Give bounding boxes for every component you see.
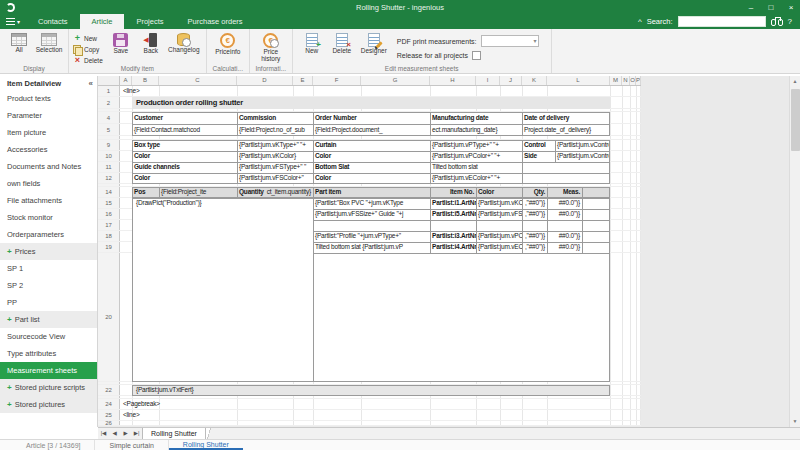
row-header[interactable]: 14 — [98, 187, 120, 197]
cell-a1[interactable]: <line> — [121, 86, 181, 96]
cell-b10[interactable]: Color — [132, 151, 237, 161]
sidebar-item-sp1[interactable]: SP 1 — [0, 260, 97, 277]
cell-b12[interactable]: Color — [132, 173, 237, 183]
cell-d4[interactable]: Commission — [237, 112, 313, 123]
row-header[interactable]: 26 — [98, 421, 120, 425]
cell-h5[interactable]: ect.manufacturing_date} — [430, 124, 522, 135]
back-button[interactable]: Back — [136, 31, 166, 55]
app-menu-button[interactable]: ▾ — [0, 14, 26, 29]
cell-f10[interactable]: Color — [313, 151, 430, 161]
sidebar-item-type-attributes[interactable]: Type attributes — [0, 345, 97, 362]
cell-f4[interactable]: Order Number — [313, 112, 430, 123]
cell-l14[interactable]: Meas. — [547, 187, 582, 197]
search-input[interactable] — [678, 16, 766, 27]
price-history-button[interactable]: € Price history — [254, 31, 288, 62]
cell-k9[interactable]: Control — [522, 140, 555, 150]
cell-l15[interactable]: ##0.0")} — [547, 198, 582, 208]
cell-f18[interactable]: {Partlist:"Profile "+jum.vPType+" — [313, 231, 430, 241]
cell-b4[interactable]: Customer — [132, 112, 237, 123]
help-icon[interactable]: ? — [788, 17, 792, 26]
sheet-tab-rolling-shutter[interactable]: Rolling Shutter — [142, 428, 206, 439]
changelog-button[interactable]: Changelog — [166, 31, 202, 54]
cell-d5[interactable]: {Field:Project.no_of_sub — [237, 124, 313, 135]
sidebar-item-sp2[interactable]: SP 2 — [0, 277, 97, 294]
sidebar-item-accessories[interactable]: Accessories — [0, 141, 97, 158]
cell-h12[interactable]: {Partlist:jum.vEColor+" "+ — [430, 173, 522, 183]
sidebar-item-measurement-sheets[interactable]: Measurement sheets — [0, 362, 97, 379]
cell-h4[interactable]: Manufacturing date — [430, 112, 522, 123]
tab-contacts[interactable]: Contacts — [26, 14, 80, 29]
scroll-down-icon[interactable]: ▼ — [790, 416, 800, 427]
sidebar-item-sourcecode-view[interactable]: Sourcecode View — [0, 328, 97, 345]
row-header[interactable]: 9 — [98, 140, 120, 150]
sidebar-item-documents-and-notes[interactable]: Documents and Notes — [0, 158, 97, 175]
sidebar-item-part-list[interactable]: +Part list — [0, 311, 97, 328]
row-header[interactable]: 16 — [98, 209, 120, 219]
collapse-sidebar-icon[interactable]: « — [89, 79, 93, 88]
cell-f15[interactable]: {Partlist:"Box PVC "+jum.vKType — [313, 198, 430, 208]
sidebar-item-file-attachments[interactable]: File attachments — [0, 192, 97, 209]
cell-b15[interactable]: {DrawPict("Production")} — [134, 198, 284, 208]
nav-last-sheet-icon[interactable]: ▶| — [131, 428, 142, 439]
cell-b11[interactable]: Guide channels — [132, 162, 237, 172]
sidebar-item-stored-picture-scripts[interactable]: +Stored picture scripts — [0, 379, 97, 396]
cell-a24[interactable]: <Pagebreak> — [121, 399, 201, 409]
cell-d11[interactable]: {Partlist:jum.vFSType+" " — [237, 162, 313, 172]
row-header[interactable]: 18 — [98, 231, 120, 241]
sidebar-item-own-fields[interactable]: own fields — [0, 175, 97, 192]
cell-k10[interactable]: Side — [522, 151, 555, 161]
pdf-print-dropdown[interactable]: ▾ — [481, 35, 539, 47]
cell-l9[interactable]: {Partlist:jum.vControlTyp — [555, 140, 610, 150]
sidebar-item-product-texts[interactable]: Product texts — [0, 90, 97, 107]
row-header[interactable]: 1 — [98, 86, 120, 96]
close-button[interactable]: × — [782, 1, 800, 14]
selection-button[interactable]: Selection — [34, 31, 64, 54]
row-header[interactable]: 2 — [98, 97, 120, 108]
cell-k14[interactable]: Qty. — [522, 187, 547, 197]
cell-b22[interactable]: {Partlist:jum.vTxtFert} — [134, 385, 334, 395]
sidebar-item-pp[interactable]: PP — [0, 294, 97, 311]
copy-item-button[interactable]: Copy — [73, 44, 103, 54]
delete-sheet-button[interactable]: × Delete — [327, 31, 357, 55]
row-header[interactable]: 20 — [98, 253, 120, 381]
cell-h19[interactable]: Partlist:i4.ArtNr} — [430, 242, 476, 252]
cell-k5[interactable]: Project.date_of_delivery} — [522, 124, 610, 135]
sidebar-item-orderparameters[interactable]: Orderparameters — [0, 226, 97, 243]
row-header[interactable]: 24 — [98, 399, 120, 409]
cell-e14[interactable]: ct_item.quantity} — [258, 187, 313, 197]
cell-f14[interactable]: Part item — [313, 187, 430, 197]
cell-h15[interactable]: Partlist:i1.ArtNr} — [430, 198, 476, 208]
scroll-up-icon[interactable]: ▲ — [790, 76, 800, 87]
row-header[interactable]: 19 — [98, 242, 120, 252]
tab-purchase-orders[interactable]: Purchase orders — [176, 14, 255, 29]
sidebar-item-stored-pictures[interactable]: +Stored pictures — [0, 396, 97, 413]
bottom-tab-simple-curtain[interactable]: Simple curtain — [95, 440, 168, 450]
cell-h16[interactable]: Partlist:i5.ArtNr} — [430, 209, 476, 219]
priceinfo-button[interactable]: € Priceinfo — [211, 31, 245, 56]
select-all-corner[interactable] — [98, 76, 120, 85]
cell-h11[interactable]: Tilted bottom slat — [430, 162, 522, 172]
row-header[interactable]: 25 — [98, 410, 120, 420]
designer-button[interactable]: Designer — [357, 31, 391, 55]
cell-l18[interactable]: ##0.0")} — [547, 231, 582, 241]
cell-k18[interactable]: ,"##0")} — [522, 231, 547, 241]
cell-d10[interactable]: {Partlist:jum.vKColor} — [237, 151, 313, 161]
binoculars-icon[interactable] — [771, 17, 783, 26]
nav-first-sheet-icon[interactable]: |◀ — [98, 428, 109, 439]
cell-i16[interactable]: {Partlist:jum.vFSColor+" — [476, 209, 522, 219]
row-header[interactable]: 5 — [98, 124, 120, 135]
row-header[interactable]: 12 — [98, 173, 120, 183]
cell-b2-title[interactable]: Production order rolling shutter — [134, 97, 434, 108]
maximize-button[interactable]: □ — [762, 1, 780, 14]
sidebar-item-prices[interactable]: +Prices — [0, 243, 97, 260]
cell-i14[interactable]: Color — [476, 187, 522, 197]
cell-h18[interactable]: Partlist:i3.ArtNr} — [430, 231, 476, 241]
cell-k15[interactable]: ,"##0")} — [522, 198, 547, 208]
cell-l19[interactable]: ##0.0")} — [547, 242, 582, 252]
cell-h14[interactable]: Item No. — [430, 187, 476, 197]
row-header[interactable]: 10 — [98, 151, 120, 161]
sidebar-item-stock-monitor[interactable]: Stock monitor — [0, 209, 97, 226]
cell-i19[interactable]: {Partlist:jum.vEColor} — [476, 242, 522, 252]
cell-h9[interactable]: {Partlist:jum.vPType+" "+ — [430, 140, 522, 150]
cell-d9[interactable]: {Partlist:jum.vKType+" "+ — [237, 140, 313, 150]
